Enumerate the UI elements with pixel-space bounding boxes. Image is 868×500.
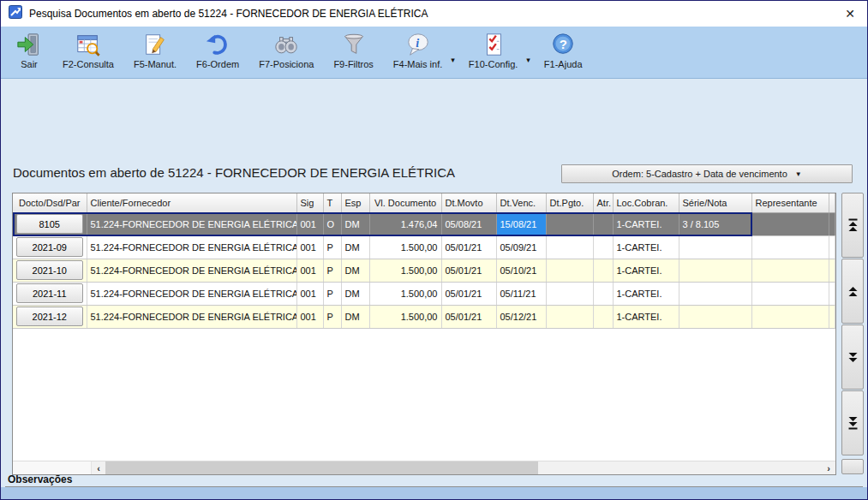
cell-esp[interactable]: DM bbox=[341, 305, 369, 328]
cell-serie-nota[interactable] bbox=[679, 305, 751, 328]
cell-valor[interactable]: 1.500,00 bbox=[369, 235, 441, 259]
column-header[interactable]: Esp bbox=[341, 193, 369, 212]
scroll-right-icon[interactable]: › bbox=[822, 461, 835, 474]
cell-dt-venc[interactable]: 05/12/21 bbox=[496, 305, 546, 328]
column-header[interactable]: Representante bbox=[751, 193, 829, 212]
cell-atr[interactable] bbox=[593, 235, 613, 259]
row-header-button[interactable]: 2021-09 bbox=[16, 237, 83, 257]
cell-dt-movto[interactable]: 05/01/21 bbox=[441, 235, 496, 259]
cell-atr[interactable] bbox=[593, 259, 613, 282]
cell-t[interactable]: O bbox=[323, 212, 341, 235]
toolbar-button-f4-mais-inf[interactable]: i F4-Mais inf. bbox=[391, 31, 445, 69]
cell-dt-venc[interactable]: 15/08/21 bbox=[496, 212, 546, 235]
cell-dt-venc[interactable]: 05/10/21 bbox=[496, 259, 546, 282]
cell-esp[interactable]: DM bbox=[341, 212, 369, 235]
cell-cliente[interactable]: 51.224-FORNECEDOR DE ENERGIA ELÉTRICA bbox=[87, 305, 296, 328]
cell-representante[interactable] bbox=[751, 259, 829, 282]
cell-representante[interactable] bbox=[751, 282, 829, 305]
cell-t[interactable]: P bbox=[323, 282, 341, 305]
horizontal-scrollbar[interactable]: ‹ › bbox=[13, 461, 835, 474]
cell-esp[interactable]: DM bbox=[341, 282, 369, 305]
cell-dt-venc[interactable]: 05/09/21 bbox=[496, 235, 546, 259]
column-header[interactable]: Vl. Documento bbox=[369, 193, 441, 212]
dropdown-arrow-icon[interactable]: ▾ bbox=[526, 56, 530, 64]
toolbar-button-f7-posiciona[interactable]: F7-Posiciona bbox=[256, 31, 316, 69]
toolbar-button-f2-consulta[interactable]: F2-Consulta bbox=[60, 31, 117, 69]
order-button[interactable]: Ordem: 5-Cadastro + Data de vencimento ▼ bbox=[561, 164, 853, 183]
scrollbar-track[interactable] bbox=[538, 461, 822, 474]
cell-cliente[interactable]: 51.224-FORNECEDOR DE ENERGIA ELÉTRICA bbox=[87, 259, 296, 282]
table-row[interactable]: 2021-11 51.224-FORNECEDOR DE ENERGIA ELÉ… bbox=[13, 282, 835, 305]
cell-valor[interactable]: 1.500,00 bbox=[369, 282, 441, 305]
table-row[interactable]: 2021-12 51.224-FORNECEDOR DE ENERGIA ELÉ… bbox=[13, 305, 835, 328]
cell-dt-movto[interactable]: 05/01/21 bbox=[441, 282, 496, 305]
cell-representante[interactable] bbox=[751, 212, 829, 235]
cell-esp[interactable]: DM bbox=[341, 259, 369, 282]
cell-sig[interactable]: 001 bbox=[296, 259, 323, 282]
cell-sig[interactable]: 001 bbox=[296, 212, 323, 235]
column-header[interactable]: Loc.Cobran. bbox=[613, 193, 679, 212]
cell-esp[interactable]: DM bbox=[341, 235, 369, 259]
cell-loc-cobran[interactable]: 1-CARTEI. bbox=[613, 259, 679, 282]
column-header[interactable]: Dt.Venc. bbox=[496, 193, 546, 212]
cell-dt-movto[interactable]: 05/08/21 bbox=[441, 212, 496, 235]
cell-representante[interactable] bbox=[751, 305, 829, 328]
close-button[interactable]: ✕ bbox=[840, 4, 860, 23]
cell-atr[interactable] bbox=[593, 305, 613, 328]
cell-serie-nota[interactable]: 3 / 8.105 bbox=[679, 212, 751, 235]
scrollbar-thumb[interactable] bbox=[105, 461, 538, 474]
cell-serie-nota[interactable] bbox=[679, 259, 751, 282]
toolbar-button-f5-manut[interactable]: F5-Manut. bbox=[131, 31, 179, 69]
dropdown-arrow-icon[interactable]: ▾ bbox=[451, 56, 455, 64]
cell-loc-cobran[interactable]: 1-CARTEI. bbox=[613, 305, 679, 328]
column-header[interactable]: Cliente/Fornecedor bbox=[87, 193, 296, 212]
cell-atr[interactable] bbox=[593, 282, 613, 305]
toolbar-button-f10-config[interactable]: F10-Config. bbox=[466, 31, 520, 69]
cell-t[interactable]: P bbox=[323, 235, 341, 259]
nav-last-button[interactable] bbox=[841, 390, 864, 455]
column-header[interactable]: T bbox=[323, 193, 341, 212]
column-header[interactable]: Série/Nota bbox=[679, 193, 751, 212]
cell-dt-pgto[interactable] bbox=[546, 212, 593, 235]
nav-page-up-button[interactable] bbox=[841, 259, 864, 324]
cell-loc-cobran[interactable]: 1-CARTEI. bbox=[613, 212, 679, 235]
cell-serie-nota[interactable] bbox=[679, 235, 751, 259]
cell-dt-pgto[interactable] bbox=[546, 282, 593, 305]
table-row[interactable]: 8105 51.224-FORNECEDOR DE ENERGIA ELÉTRI… bbox=[13, 212, 835, 235]
cell-sig[interactable]: 001 bbox=[296, 282, 323, 305]
cell-dt-pgto[interactable] bbox=[546, 259, 593, 282]
cell-loc-cobran[interactable]: 1-CARTEI. bbox=[613, 282, 679, 305]
cell-dt-venc[interactable]: 05/11/21 bbox=[496, 282, 546, 305]
nav-corner-button[interactable] bbox=[841, 459, 864, 474]
nav-page-down-button[interactable] bbox=[841, 324, 864, 390]
scroll-left-icon[interactable]: ‹ bbox=[92, 461, 105, 474]
cell-sig[interactable]: 001 bbox=[296, 305, 323, 328]
toolbar-button-f1-ajuda[interactable]: ? F1-Ajuda bbox=[542, 31, 585, 69]
cell-valor[interactable]: 1.476,04 bbox=[369, 212, 441, 235]
toolbar-button-f9-filtros[interactable]: F9-Filtros bbox=[331, 31, 375, 69]
cell-representante[interactable] bbox=[751, 235, 829, 259]
table-row[interactable]: 2021-09 51.224-FORNECEDOR DE ENERGIA ELÉ… bbox=[13, 235, 835, 259]
cell-dt-pgto[interactable] bbox=[546, 305, 593, 328]
table-row[interactable]: 2021-10 51.224-FORNECEDOR DE ENERGIA ELÉ… bbox=[13, 259, 835, 282]
row-header-button[interactable]: 8105 bbox=[16, 214, 83, 234]
column-header[interactable]: Docto/Dsd/Par bbox=[13, 193, 87, 212]
cell-t[interactable]: P bbox=[323, 305, 341, 328]
cell-t[interactable]: P bbox=[323, 259, 341, 282]
cell-valor[interactable]: 1.500,00 bbox=[369, 305, 441, 328]
cell-dt-movto[interactable]: 05/01/21 bbox=[441, 259, 496, 282]
column-header[interactable]: Dt.Movto bbox=[441, 193, 496, 212]
cell-cliente[interactable]: 51.224-FORNECEDOR DE ENERGIA ELÉTRICA bbox=[87, 212, 296, 235]
row-header-button[interactable]: 2021-12 bbox=[16, 307, 83, 326]
cell-loc-cobran[interactable]: 1-CARTEI. bbox=[613, 235, 679, 259]
cell-sig[interactable]: 001 bbox=[296, 235, 323, 259]
cell-serie-nota[interactable] bbox=[679, 282, 751, 305]
row-header-button[interactable]: 2021-11 bbox=[16, 283, 83, 303]
cell-dt-movto[interactable]: 05/01/21 bbox=[441, 305, 496, 328]
cell-valor[interactable]: 1.500,00 bbox=[369, 259, 441, 282]
column-header[interactable]: Dt.Pgto. bbox=[546, 193, 593, 212]
column-header[interactable]: Atr. bbox=[593, 193, 613, 212]
nav-first-button[interactable] bbox=[841, 193, 864, 258]
cell-dt-pgto[interactable] bbox=[546, 235, 593, 259]
cell-cliente[interactable]: 51.224-FORNECEDOR DE ENERGIA ELÉTRICA bbox=[87, 235, 296, 259]
